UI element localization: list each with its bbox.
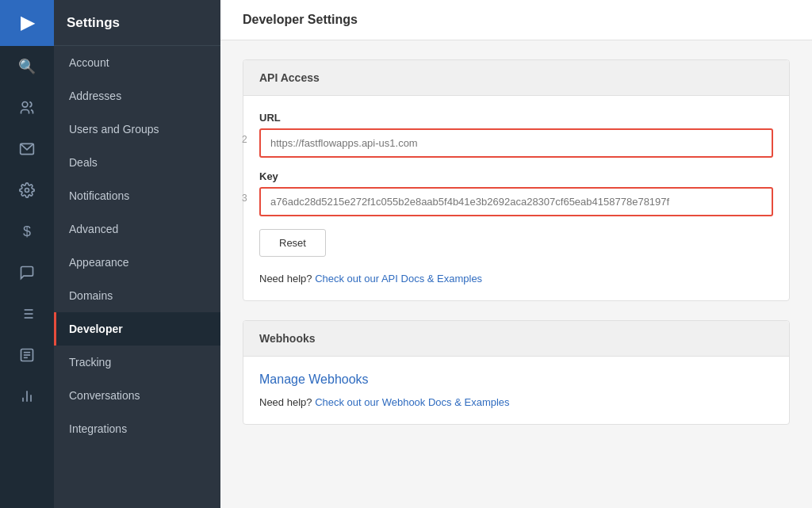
url-label: URL [259,112,773,124]
key-form-row: Key 3 [259,170,773,216]
sidebar-item-tracking[interactable]: Tracking [54,346,220,379]
url-form-row: URL 2 [259,112,773,158]
api-access-card: API Access URL 2 Key 3 Reset [243,59,790,301]
doc-icon[interactable] [0,334,54,376]
webhooks-help-text: Need help? Check out our Webhook Docs & … [259,396,773,408]
list-icon[interactable] [0,293,54,334]
sidebar-item-users-and-groups[interactable]: Users and Groups [54,113,220,146]
app-logo[interactable]: ▶ [0,0,54,46]
api-access-header: API Access [243,60,789,96]
manage-webhooks-link[interactable]: Manage Webhooks [259,372,369,386]
sidebar-item-deals[interactable]: Deals [54,146,220,179]
gear-icon[interactable] [0,170,54,211]
main-body: API Access URL 2 Key 3 Reset [220,40,812,463]
sidebar-item-account[interactable]: Account [54,46,220,79]
sidebar-item-notifications[interactable]: Notifications [54,179,220,212]
url-row-number: 2 [242,134,247,145]
key-row-number: 3 [242,193,247,204]
api-access-body: URL 2 Key 3 Reset Need help? Check out o… [243,96,789,300]
sidebar-item-integrations[interactable]: Integrations [54,412,220,445]
webhook-docs-link[interactable]: Check out our Webhook Docs & Examples [315,396,509,408]
mail-icon[interactable] [0,128,54,170]
url-input[interactable] [259,128,773,158]
sidebar-item-developer[interactable]: Developer [54,312,220,346]
webhooks-card: Webhooks Manage Webhooks Need help? Chec… [243,320,790,425]
sidebar-item-domains[interactable]: Domains [54,279,220,312]
url-field-wrapper: URL 2 [259,112,773,158]
sidebar-title: Settings [54,0,220,46]
svg-point-2 [25,189,29,193]
icon-rail: ▶ 🔍 $ [0,0,54,508]
search-icon[interactable]: 🔍 [0,46,54,87]
main-content: Developer Settings API Access URL 2 Key … [220,0,812,508]
reset-button[interactable]: Reset [259,229,326,257]
sidebar-item-conversations[interactable]: Conversations [54,379,220,412]
key-label: Key [259,170,773,182]
sidebar-item-addresses[interactable]: Addresses [54,79,220,113]
sidebar: Settings Account Addresses Users and Gro… [54,0,220,508]
chat-icon[interactable] [0,252,54,293]
dollar-icon[interactable]: $ [0,211,54,252]
api-docs-link[interactable]: Check out our API Docs & Examples [315,273,482,285]
sidebar-item-appearance[interactable]: Appearance [54,246,220,279]
sidebar-item-advanced[interactable]: Advanced [54,212,220,246]
key-field-wrapper: Key 3 [259,170,773,216]
svg-point-0 [22,102,28,108]
webhooks-header: Webhooks [243,321,789,357]
api-help-text: Need help? Check out our API Docs & Exam… [259,273,773,285]
page-title: Developer Settings [220,0,812,40]
webhooks-body: Manage Webhooks Need help? Check out our… [243,357,789,424]
users-icon[interactable] [0,87,54,128]
key-input[interactable] [259,187,773,216]
chart-icon[interactable] [0,376,54,417]
